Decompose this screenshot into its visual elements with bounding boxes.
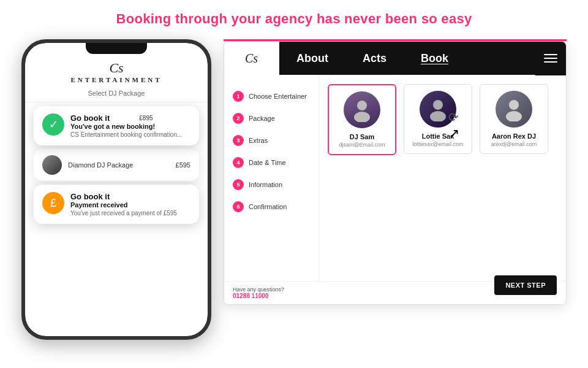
aaron-silhouette: [502, 97, 526, 121]
nav-links: About Acts Book: [279, 42, 535, 75]
hamburger-line-2: [544, 58, 557, 59]
nav-book[interactable]: Book: [404, 42, 466, 75]
next-step-button[interactable]: NEXT STEP: [494, 275, 557, 295]
cursor-area: ⟳ ↗: [448, 110, 459, 142]
step-6-circle: 6: [233, 201, 244, 212]
notif-booking-title: Go book it: [70, 113, 110, 123]
act-name-aaron-rex: Aaron Rex DJ: [492, 132, 536, 140]
website-nav: Cs About Acts Book: [224, 42, 566, 75]
phone-select-label: Select DJ Package: [37, 90, 195, 97]
notif-payment-content: Go book it Payment received You've just …: [70, 192, 177, 217]
step-4-label: Date & Time: [249, 159, 286, 166]
step-4-circle: 4: [233, 157, 244, 168]
notif-booking-price: £895: [139, 115, 153, 121]
lottie-silhouette: [426, 97, 450, 121]
svg-point-1: [354, 112, 370, 122]
act-name-dj-sam: DJ Sam: [350, 133, 374, 140]
step-package[interactable]: 2 Package: [224, 107, 318, 129]
website-mockup: Cs About Acts Book 1 Choo: [224, 41, 567, 305]
dj-package-price: £595: [176, 161, 190, 169]
dj-package-label: Diamond DJ Package: [68, 161, 133, 169]
phone-logo-text: ENTERTAINMENT: [37, 76, 195, 83]
nav-hamburger[interactable]: [535, 42, 566, 75]
phone-logo-cs: Cs: [37, 60, 195, 76]
act-card-aaron-rex[interactable]: Aaron Rex DJ arexdj@email.com: [480, 84, 548, 154]
dj-package-card: Diamond DJ Package £595: [34, 149, 199, 181]
svg-point-5: [506, 111, 522, 121]
main-content: Cs ENTERTAINMENT Select DJ Package ✓ Go …: [0, 27, 588, 340]
step-confirmation[interactable]: 6 Confirmation: [224, 196, 318, 218]
svg-point-2: [433, 100, 443, 110]
notif-check-icon: ✓: [42, 113, 64, 136]
step-3-label: Extras: [249, 137, 268, 144]
step-choose-entertainer[interactable]: 1 Choose Entertainer: [224, 85, 318, 107]
loading-spinner: ⟳: [448, 110, 459, 125]
dj-sam-silhouette: [350, 98, 374, 122]
cursor-icon: ↗: [448, 126, 459, 142]
notification-payment: £ Go book it Payment received You've jus…: [34, 185, 199, 224]
page-tagline: Booking through your agency has never be…: [0, 0, 588, 27]
step-5-circle: 5: [233, 179, 244, 190]
notif-booking-subtitle: You've got a new booking!: [70, 123, 182, 130]
act-avatar-aaron-rex: [496, 91, 532, 128]
step-5-label: Information: [249, 181, 282, 188]
notif-payment-subtitle: Payment received: [70, 201, 177, 209]
step-1-circle: 1: [233, 91, 244, 102]
acts-grid: DJ Sam djsam@Email.com Lottie Sax lottie: [319, 75, 566, 281]
dj-avatar: [42, 155, 62, 175]
act-card-dj-sam[interactable]: DJ Sam djsam@Email.com: [328, 84, 396, 155]
step-6-label: Confirmation: [249, 203, 287, 210]
step-3-circle: 3: [233, 135, 244, 146]
notification-booking: ✓ Go book it £895 You've got a new booki…: [34, 106, 199, 145]
nav-logo: Cs: [224, 42, 279, 75]
act-card-lottie-sax[interactable]: Lottie Sax lottiesax@email.com: [404, 84, 472, 154]
step-2-circle: 2: [233, 113, 244, 124]
act-email-dj-sam: djsam@Email.com: [339, 142, 385, 148]
step-date-time[interactable]: 4 Date & Time: [224, 151, 318, 174]
hamburger-line-1: [544, 54, 557, 55]
act-email-lottie-sax: lottiesax@email.com: [412, 141, 463, 147]
website-main: 1 Choose Entertainer 2 Package 3 Extras …: [224, 75, 566, 281]
notif-booking-body: CS Entertainment booking confirmation...: [70, 131, 182, 138]
act-avatar-dj-sam: [344, 91, 380, 128]
website-wrapper: Cs About Acts Book 1 Choo: [224, 39, 567, 305]
svg-point-4: [509, 100, 519, 110]
notif-payment-title: Go book it: [70, 192, 177, 201]
phone-mockup: Cs ENTERTAINMENT Select DJ Package ✓ Go …: [21, 39, 211, 340]
svg-point-0: [357, 101, 367, 110]
phone-notch: [86, 43, 147, 54]
nav-about[interactable]: About: [279, 42, 345, 75]
step-extras[interactable]: 3 Extras: [224, 129, 318, 151]
step-information[interactable]: 5 Information: [224, 174, 318, 196]
phone-screen: Cs ENTERTAINMENT Select DJ Package ✓ Go …: [25, 43, 208, 336]
notif-pound-icon: £: [42, 192, 64, 214]
nav-acts[interactable]: Acts: [345, 42, 404, 75]
steps-sidebar: 1 Choose Entertainer 2 Package 3 Extras …: [224, 75, 319, 281]
step-2-label: Package: [249, 115, 275, 122]
hamburger-line-3: [544, 61, 557, 63]
notif-booking-content: Go book it £895 You've got a new booking…: [70, 113, 182, 138]
phone-body: ✓ Go book it £895 You've got a new booki…: [25, 102, 208, 228]
act-email-aaron-rex: arexdj@email.com: [491, 141, 537, 147]
svg-point-3: [430, 111, 446, 121]
notif-payment-body: You've just received a payment of £595: [70, 210, 177, 217]
step-1-label: Choose Entertainer: [249, 93, 307, 100]
